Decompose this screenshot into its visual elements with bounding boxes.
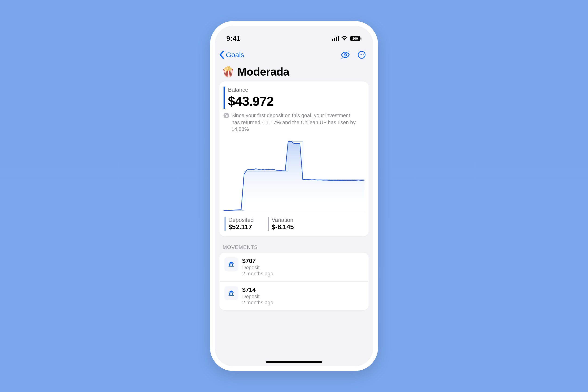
balance-info-text: Since your first deposit on this goal, y… <box>232 112 358 133</box>
status-icons: 100 <box>332 36 362 42</box>
ellipsis-circle-icon <box>358 51 366 59</box>
metric-variation-label: Variation <box>272 217 294 223</box>
bank-icon <box>224 286 238 300</box>
svg-point-8 <box>363 54 364 55</box>
movements-header: MOVEMENTS <box>219 236 369 253</box>
movement-amount: $707 <box>242 257 273 264</box>
status-time: 9:41 <box>226 34 240 42</box>
movement-row[interactable]: $707 Deposit 2 months ago <box>219 253 369 282</box>
balance-card: Balance $43.972 Since your first deposit… <box>219 82 369 236</box>
movement-amount: $714 <box>242 286 273 294</box>
balance-chart[interactable] <box>224 138 364 212</box>
movement-time: 2 months ago <box>242 300 273 306</box>
bank-icon <box>224 257 238 271</box>
back-label: Goals <box>226 51 244 59</box>
chevron-left-icon <box>219 51 225 59</box>
movement-row[interactable]: $714 Deposit 2 months ago <box>219 282 369 310</box>
cellular-signal-icon <box>332 36 339 41</box>
eye-off-icon <box>341 50 350 60</box>
home-indicator[interactable] <box>266 361 322 363</box>
status-bar: 9:41 100 <box>215 26 373 47</box>
metric-variation: Variation $-8.145 <box>268 217 294 231</box>
movement-list: $707 Deposit 2 months ago $714 Deposit 2… <box>219 253 369 310</box>
hide-balance-button[interactable] <box>340 50 350 60</box>
back-button[interactable]: Goals <box>219 51 244 59</box>
balance-amount: $43.972 <box>228 94 364 109</box>
movement-type: Deposit <box>242 294 273 300</box>
info-arrow-icon <box>224 113 229 118</box>
svg-point-6 <box>360 54 360 55</box>
phone-frame: 9:41 100 Goal <box>210 21 378 371</box>
movement-type: Deposit <box>242 264 273 271</box>
wifi-icon <box>341 36 348 42</box>
goal-emoji: 🍿 <box>222 66 234 78</box>
screen: 9:41 100 Goal <box>215 26 373 366</box>
balance-label: Balance <box>228 86 364 93</box>
movement-time: 2 months ago <box>242 271 273 277</box>
nav-bar: Goals <box>215 47 373 63</box>
metric-deposited: Deposited $52.117 <box>224 217 254 231</box>
page-title-row: 🍿 Moderada <box>215 63 373 82</box>
metric-variation-value: $-8.145 <box>272 223 294 231</box>
svg-point-7 <box>361 54 362 55</box>
metric-deposited-label: Deposited <box>228 217 254 223</box>
battery-icon: 100 <box>350 36 362 41</box>
svg-rect-1 <box>360 37 362 40</box>
metric-deposited-value: $52.117 <box>228 223 254 231</box>
more-options-button[interactable] <box>356 50 367 60</box>
page-title: Moderada <box>237 65 289 78</box>
battery-level-label: 100 <box>350 37 360 40</box>
